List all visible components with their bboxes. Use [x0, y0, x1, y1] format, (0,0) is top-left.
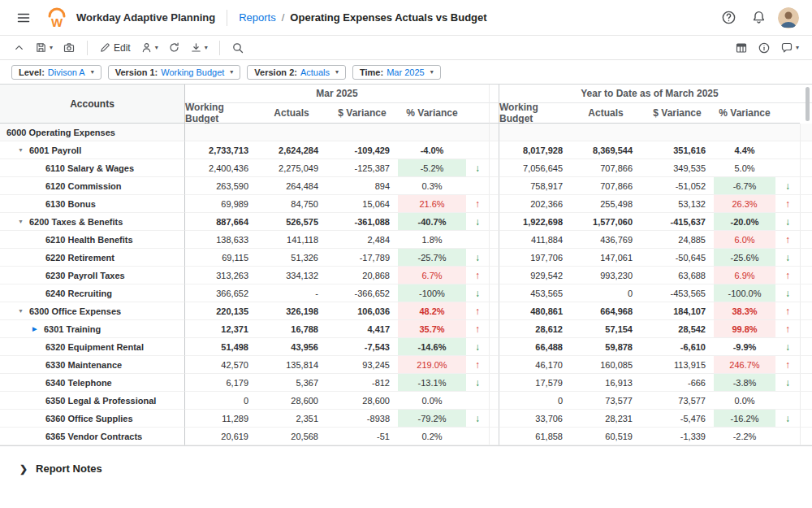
cell-working-budget[interactable]: 411,884 [499, 231, 571, 249]
cell-working-budget[interactable]: 69,989 [185, 195, 257, 213]
cell-working-budget[interactable]: 20,619 [185, 428, 257, 445]
cell-working-budget[interactable]: 28,612 [499, 320, 571, 338]
account-row-label[interactable]: 6210 Health Benefits [0, 231, 185, 249]
cell-actuals[interactable]: 664,968 [571, 302, 641, 320]
cell-pct-variance[interactable]: -5.2% [398, 159, 466, 177]
cell-actuals[interactable]: 334,132 [257, 267, 326, 284]
cell-working-budget[interactable]: 2,400,436 [185, 159, 257, 177]
account-row-label[interactable]: ▼6300 Office Expenses [0, 302, 185, 320]
account-row-label[interactable]: 6330 Maintenance [0, 356, 185, 374]
cell-actuals[interactable]: 60,519 [571, 428, 641, 445]
expand-caret-icon[interactable]: ▶ [32, 326, 44, 332]
cell-actuals[interactable]: 16,913 [571, 374, 641, 392]
cell-pct-variance[interactable]: -14.6% [398, 338, 466, 356]
account-row-label[interactable]: 6365 Vendor Contracts [0, 428, 185, 445]
cell-actuals[interactable]: 160,085 [571, 356, 641, 374]
refresh-button[interactable] [163, 39, 185, 56]
cell-dollar-variance[interactable] [641, 124, 714, 141]
cell-working-budget[interactable]: 929,542 [499, 267, 571, 284]
account-row-label[interactable]: ▼6200 Taxes & Benefits [0, 213, 185, 231]
cell-actuals[interactable]: 2,275,049 [257, 159, 326, 177]
cell-pct-variance[interactable]: -25.6% [714, 249, 775, 267]
cell-actuals[interactable]: 51,326 [257, 249, 326, 267]
cell-actuals[interactable]: 135,814 [257, 356, 326, 374]
cell-actuals[interactable]: 8,369,544 [571, 141, 641, 159]
cell-actuals[interactable]: 43,956 [257, 338, 326, 356]
cell-dollar-variance[interactable]: -51 [326, 428, 398, 445]
cell-pct-variance[interactable]: 1.8% [398, 231, 466, 249]
cell-working-budget[interactable]: 69,115 [185, 249, 257, 267]
cell-pct-variance[interactable]: -2.2% [714, 428, 775, 445]
cell-working-budget[interactable]: 313,263 [185, 267, 257, 284]
cell-working-budget[interactable]: 480,861 [499, 302, 571, 320]
cell-working-budget[interactable] [499, 124, 571, 141]
hamburger-menu-icon[interactable] [13, 7, 34, 28]
cell-working-budget[interactable] [185, 124, 257, 141]
cell-dollar-variance[interactable]: 53,132 [641, 195, 714, 213]
cell-dollar-variance[interactable]: -109,429 [326, 141, 398, 159]
cell-actuals[interactable]: 57,154 [571, 320, 641, 338]
cell-pct-variance[interactable]: 21.6% [398, 195, 466, 213]
download-button[interactable]: ▾ [185, 39, 213, 56]
cell-pct-variance[interactable]: 6.0% [714, 231, 775, 249]
cell-actuals[interactable]: 707,866 [571, 177, 641, 195]
cell-actuals[interactable]: 707,866 [571, 159, 641, 177]
cell-pct-variance[interactable]: 48.2% [398, 302, 466, 320]
cell-working-budget[interactable]: 8,017,928 [499, 141, 571, 159]
cell-pct-variance[interactable]: 0.3% [398, 177, 466, 195]
account-row-label[interactable]: 6130 Bonus [0, 195, 185, 213]
cell-working-budget[interactable]: 758,917 [499, 177, 571, 195]
cell-actuals[interactable]: 147,061 [571, 249, 641, 267]
cell-pct-variance[interactable]: -79.2% [398, 410, 466, 428]
cell-pct-variance[interactable] [714, 124, 775, 141]
cell-pct-variance[interactable]: 6.7% [398, 267, 466, 284]
edit-button[interactable]: Edit [94, 39, 136, 56]
cell-pct-variance[interactable]: 246.7% [714, 356, 775, 374]
cell-working-budget[interactable]: 0 [185, 392, 257, 410]
cell-pct-variance[interactable]: 38.3% [714, 302, 775, 320]
cell-pct-variance[interactable]: 26.3% [714, 195, 775, 213]
cell-actuals[interactable]: 436,769 [571, 231, 641, 249]
account-row-label[interactable]: 6240 Recruiting [0, 284, 185, 302]
cell-dollar-variance[interactable]: 894 [326, 177, 398, 195]
cell-working-budget[interactable]: 202,366 [499, 195, 571, 213]
cell-dollar-variance[interactable]: -5,476 [641, 410, 714, 428]
cell-dollar-variance[interactable]: 93,245 [326, 356, 398, 374]
cell-dollar-variance[interactable]: -453,565 [641, 284, 714, 302]
cell-actuals[interactable]: 5,367 [257, 374, 326, 392]
version2-filter-chip[interactable]: Version 2: Actuals ▾ [247, 65, 346, 80]
cell-pct-variance[interactable]: 5.0% [714, 159, 775, 177]
cell-pct-variance[interactable]: -4.0% [398, 141, 466, 159]
cell-dollar-variance[interactable]: -361,088 [326, 213, 398, 231]
cell-pct-variance[interactable]: 219.0% [398, 356, 466, 374]
cell-pct-variance[interactable]: -16.2% [714, 410, 775, 428]
account-row-label[interactable]: 6000 Operating Expenses [0, 124, 185, 141]
cell-working-budget[interactable]: 12,371 [185, 320, 257, 338]
cell-actuals[interactable]: 2,351 [257, 410, 326, 428]
cell-dollar-variance[interactable]: 63,688 [641, 267, 714, 284]
cell-actuals[interactable]: 16,788 [257, 320, 326, 338]
cell-working-budget[interactable]: 33,706 [499, 410, 571, 428]
cell-dollar-variance[interactable]: -50,645 [641, 249, 714, 267]
cell-actuals[interactable]: 526,575 [257, 213, 326, 231]
cell-pct-variance[interactable]: -9.9% [714, 338, 775, 356]
account-row-label[interactable]: ▶6301 Training [0, 320, 185, 338]
cell-dollar-variance[interactable]: 20,868 [326, 267, 398, 284]
cell-working-budget[interactable]: 6,179 [185, 374, 257, 392]
cell-dollar-variance[interactable]: 28,542 [641, 320, 714, 338]
cell-working-budget[interactable]: 366,652 [185, 284, 257, 302]
cell-actuals[interactable]: 84,750 [257, 195, 326, 213]
account-row-label[interactable]: 6110 Salary & Wages [0, 159, 185, 177]
account-row-label[interactable]: 6220 Retirement [0, 249, 185, 267]
cell-pct-variance[interactable]: 0.2% [398, 428, 466, 445]
save-button[interactable]: ▾ [30, 39, 58, 56]
cell-dollar-variance[interactable]: 15,064 [326, 195, 398, 213]
cell-actuals[interactable]: 2,624,284 [257, 141, 326, 159]
account-row-label[interactable]: 6360 Office Supplies [0, 410, 185, 428]
cell-pct-variance[interactable]: 4.4% [714, 141, 775, 159]
vertical-scrollbar[interactable] [806, 87, 810, 121]
report-notes-toggle[interactable]: ❯ Report Notes [19, 462, 812, 475]
cell-dollar-variance[interactable] [326, 124, 398, 141]
cell-actuals[interactable]: 0 [571, 284, 641, 302]
account-row-label[interactable]: ▼6001 Payroll [0, 141, 185, 159]
